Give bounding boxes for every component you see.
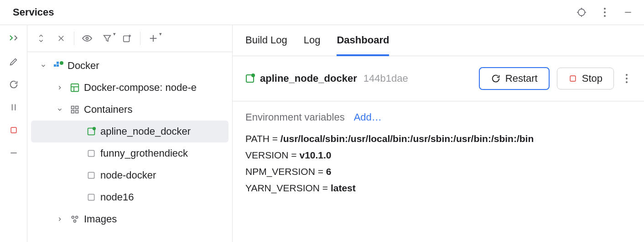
tree-label: node16: [100, 191, 134, 203]
tree-panel: ▾ ▾: [27, 25, 233, 242]
container-stopped-icon: [86, 148, 97, 159]
chevron-down-icon: [40, 63, 49, 69]
svg-point-36: [74, 220, 76, 222]
target-icon[interactable]: [576, 7, 587, 17]
deploy-icon[interactable]: [8, 33, 19, 44]
tree-label: Containers: [84, 104, 132, 116]
more-icon[interactable]: [599, 8, 610, 17]
add-env-link[interactable]: Add…: [354, 111, 382, 123]
tree-node-images[interactable]: Images: [27, 208, 232, 230]
svg-rect-20: [57, 62, 59, 64]
tab-log[interactable]: Log: [304, 34, 321, 56]
tab-build-log[interactable]: Build Log: [245, 34, 287, 56]
edit-icon[interactable]: [8, 56, 19, 67]
add-icon[interactable]: ▾: [143, 30, 163, 47]
env-row: VERSION = v10.1.0: [245, 150, 631, 161]
tree-label: Docker-compose: node-e: [84, 82, 197, 94]
svg-rect-25: [72, 106, 74, 109]
titlebar: Services: [0, 0, 644, 25]
pause-icon[interactable]: [8, 102, 19, 113]
svg-rect-8: [11, 127, 16, 133]
stop-rail-icon[interactable]: [8, 125, 19, 136]
svg-rect-27: [72, 110, 74, 113]
container-stopped-icon: [86, 170, 97, 181]
tree-node-container[interactable]: node16: [27, 186, 232, 208]
tree-node-container[interactable]: node-docker: [27, 164, 232, 186]
services-panel: Services: [0, 0, 644, 242]
svg-point-38: [251, 74, 255, 77]
more-icon[interactable]: [621, 74, 632, 83]
svg-rect-31: [88, 150, 94, 156]
tree-label: apline_node_docker: [100, 126, 191, 137]
new-panel-icon[interactable]: [117, 30, 137, 47]
container-stopped-icon: [86, 192, 97, 203]
svg-point-21: [60, 61, 63, 65]
dashboard-body: Environment variables Add… PATH = /usr/l…: [233, 101, 644, 209]
chevron-right-icon: [57, 216, 66, 222]
svg-rect-19: [57, 64, 59, 67]
filter-icon[interactable]: ▾: [97, 30, 117, 47]
minimize-icon[interactable]: [623, 7, 633, 17]
tree: Docker Docker-compose: node-e: [27, 52, 232, 242]
container-running-icon: [244, 73, 255, 84]
tree-node-container[interactable]: apline_node_docker: [31, 121, 229, 142]
tree-label: node-docker: [100, 169, 156, 181]
button-label: Restart: [505, 73, 538, 84]
titlebar-actions: [576, 7, 633, 17]
svg-rect-33: [88, 194, 94, 200]
svg-point-0: [578, 9, 585, 16]
svg-rect-26: [76, 106, 78, 109]
tree-label: Docker: [68, 60, 99, 72]
svg-rect-28: [76, 110, 78, 113]
svg-point-34: [72, 216, 74, 218]
env-row: NPM_VERSION = 6: [245, 166, 631, 177]
compose-icon: [69, 82, 80, 93]
tree-label: funny_grothendieck: [100, 147, 188, 159]
collapse-icon[interactable]: [8, 147, 19, 158]
env-heading: Environment variables: [245, 111, 345, 123]
svg-rect-13: [124, 36, 130, 42]
svg-point-30: [93, 127, 96, 130]
env-list: PATH = /usr/local/sbin:/usr/local/bin:/u…: [245, 133, 631, 194]
svg-rect-32: [88, 172, 94, 178]
stop-button[interactable]: Stop: [557, 68, 614, 89]
svg-rect-22: [71, 84, 79, 92]
svg-point-35: [76, 216, 78, 218]
container-name: apline_node_docker: [260, 73, 357, 84]
tree-toolbar: ▾ ▾: [27, 25, 232, 52]
container-running-icon: [86, 126, 97, 137]
containers-icon: [69, 104, 80, 115]
images-icon: [69, 214, 80, 225]
tree-node-docker[interactable]: Docker: [27, 55, 232, 77]
env-row: YARN_VERSION = latest: [245, 183, 631, 194]
chevron-down-icon: [57, 106, 66, 113]
tree-node-container[interactable]: funny_grothendieck: [27, 142, 232, 164]
view-icon[interactable]: [77, 30, 97, 47]
tree-node-containers[interactable]: Containers: [27, 99, 232, 121]
tree-label: Images: [84, 213, 117, 225]
chevron-right-icon: [57, 84, 66, 91]
tab-bar: Build Log Log Dashboard: [233, 25, 644, 56]
panel-title: Services: [13, 6, 54, 18]
svg-rect-39: [570, 76, 576, 81]
refresh-icon[interactable]: [8, 79, 19, 90]
content: ▾ ▾: [0, 25, 644, 242]
close-tree-icon[interactable]: [51, 30, 71, 47]
detail-panel: Build Log Log Dashboard apline_node_dock…: [233, 25, 644, 242]
left-rail: [0, 25, 27, 242]
svg-point-12: [86, 37, 88, 40]
container-hash: 144b1dae: [364, 73, 408, 84]
tab-dashboard[interactable]: Dashboard: [337, 34, 389, 56]
tree-node-compose[interactable]: Docker-compose: node-e: [27, 77, 232, 99]
restart-button[interactable]: Restart: [479, 67, 550, 90]
button-label: Stop: [582, 73, 602, 84]
expand-collapse-icon[interactable]: [31, 30, 51, 47]
svg-rect-18: [54, 64, 56, 67]
container-header: apline_node_docker 144b1dae Restart Stop: [233, 56, 644, 101]
env-row: PATH = /usr/local/sbin:/usr/local/bin:/u…: [245, 133, 631, 144]
docker-icon: [53, 60, 64, 71]
